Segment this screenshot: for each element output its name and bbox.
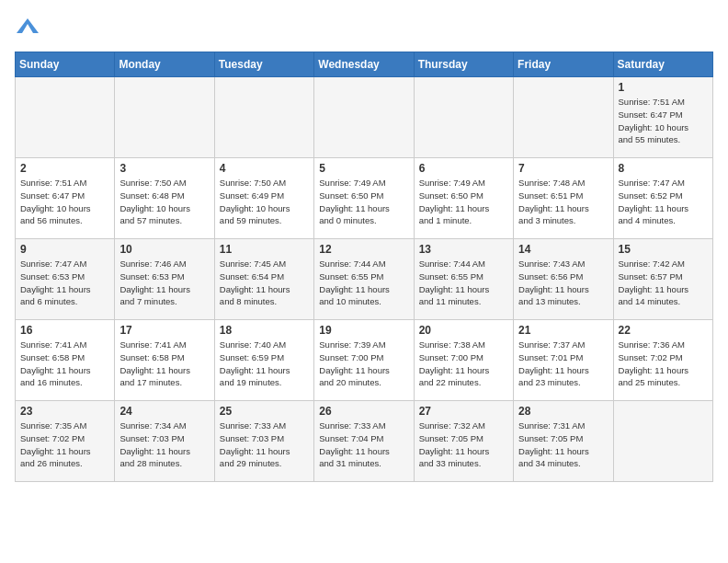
calendar-cell: 14Sunrise: 7:43 AM Sunset: 6:56 PM Dayli… — [514, 239, 613, 320]
day-info: Sunrise: 7:47 AM Sunset: 6:52 PM Dayligh… — [619, 177, 708, 227]
day-info: Sunrise: 7:51 AM Sunset: 6:47 PM Dayligh… — [619, 96, 708, 146]
day-info: Sunrise: 7:49 AM Sunset: 6:50 PM Dayligh… — [319, 177, 408, 227]
calendar-cell: 19Sunrise: 7:39 AM Sunset: 7:00 PM Dayli… — [314, 320, 414, 401]
day-info: Sunrise: 7:38 AM Sunset: 7:00 PM Dayligh… — [419, 339, 508, 389]
weekday-header: Friday — [514, 52, 613, 77]
day-info: Sunrise: 7:43 AM Sunset: 6:56 PM Dayligh… — [518, 258, 608, 308]
day-info: Sunrise: 7:41 AM Sunset: 6:58 PM Dayligh… — [119, 339, 209, 389]
day-info: Sunrise: 7:33 AM Sunset: 7:03 PM Dayligh… — [220, 419, 309, 470]
day-number: 27 — [419, 405, 508, 418]
calendar-cell — [514, 77, 613, 158]
calendar-cell: 8Sunrise: 7:47 AM Sunset: 6:52 PM Daylig… — [613, 158, 712, 239]
day-number: 1 — [619, 81, 708, 94]
day-number: 3 — [119, 162, 209, 175]
calendar-cell: 20Sunrise: 7:38 AM Sunset: 7:00 PM Dayli… — [414, 320, 513, 401]
weekday-header: Sunday — [16, 52, 115, 77]
calendar-cell: 15Sunrise: 7:42 AM Sunset: 6:57 PM Dayli… — [613, 239, 712, 320]
calendar-cell: 28Sunrise: 7:31 AM Sunset: 7:05 PM Dayli… — [514, 401, 613, 482]
calendar-cell: 16Sunrise: 7:41 AM Sunset: 6:58 PM Dayli… — [16, 320, 115, 401]
day-number: 11 — [220, 243, 309, 256]
day-number: 6 — [419, 162, 508, 175]
calendar-cell: 10Sunrise: 7:46 AM Sunset: 6:53 PM Dayli… — [115, 239, 214, 320]
page-header — [15, 15, 713, 40]
day-info: Sunrise: 7:31 AM Sunset: 7:05 PM Dayligh… — [518, 419, 608, 470]
day-info: Sunrise: 7:50 AM Sunset: 6:48 PM Dayligh… — [119, 177, 209, 227]
calendar-cell: 25Sunrise: 7:33 AM Sunset: 7:03 PM Dayli… — [214, 401, 313, 482]
weekday-header: Wednesday — [314, 52, 414, 77]
calendar-cell: 24Sunrise: 7:34 AM Sunset: 7:03 PM Dayli… — [115, 401, 214, 482]
day-info: Sunrise: 7:35 AM Sunset: 7:02 PM Dayligh… — [20, 419, 109, 470]
calendar-cell — [16, 77, 115, 158]
day-info: Sunrise: 7:37 AM Sunset: 7:01 PM Dayligh… — [518, 339, 608, 389]
calendar-cell — [214, 77, 313, 158]
weekday-header: Thursday — [414, 52, 513, 77]
calendar-cell — [314, 77, 414, 158]
logo-icon — [15, 15, 40, 40]
calendar-cell: 9Sunrise: 7:47 AM Sunset: 6:53 PM Daylig… — [16, 239, 115, 320]
day-info: Sunrise: 7:39 AM Sunset: 7:00 PM Dayligh… — [319, 339, 408, 389]
day-number: 5 — [319, 162, 408, 175]
calendar-cell: 11Sunrise: 7:45 AM Sunset: 6:54 PM Dayli… — [214, 239, 313, 320]
calendar-cell: 12Sunrise: 7:44 AM Sunset: 6:55 PM Dayli… — [314, 239, 414, 320]
day-number: 10 — [119, 243, 209, 256]
day-info: Sunrise: 7:48 AM Sunset: 6:51 PM Dayligh… — [518, 177, 608, 227]
calendar-cell: 6Sunrise: 7:49 AM Sunset: 6:50 PM Daylig… — [414, 158, 513, 239]
calendar-cell — [115, 77, 214, 158]
day-info: Sunrise: 7:34 AM Sunset: 7:03 PM Dayligh… — [119, 419, 209, 470]
calendar-cell: 21Sunrise: 7:37 AM Sunset: 7:01 PM Dayli… — [514, 320, 613, 401]
day-number: 9 — [20, 243, 109, 256]
day-info: Sunrise: 7:45 AM Sunset: 6:54 PM Dayligh… — [220, 258, 309, 308]
calendar-table: SundayMondayTuesdayWednesdayThursdayFrid… — [15, 52, 713, 482]
day-number: 2 — [20, 162, 109, 175]
day-number: 17 — [119, 324, 209, 337]
day-number: 24 — [119, 405, 209, 418]
day-info: Sunrise: 7:50 AM Sunset: 6:49 PM Dayligh… — [220, 177, 309, 227]
day-info: Sunrise: 7:46 AM Sunset: 6:53 PM Dayligh… — [119, 258, 209, 308]
calendar-cell: 1Sunrise: 7:51 AM Sunset: 6:47 PM Daylig… — [613, 77, 712, 158]
day-info: Sunrise: 7:47 AM Sunset: 6:53 PM Dayligh… — [20, 258, 109, 308]
day-info: Sunrise: 7:49 AM Sunset: 6:50 PM Dayligh… — [419, 177, 508, 227]
day-number: 26 — [319, 405, 408, 418]
day-info: Sunrise: 7:32 AM Sunset: 7:05 PM Dayligh… — [419, 419, 508, 470]
calendar-cell — [613, 401, 712, 482]
calendar-cell: 22Sunrise: 7:36 AM Sunset: 7:02 PM Dayli… — [613, 320, 712, 401]
day-number: 13 — [419, 243, 508, 256]
day-number: 21 — [518, 324, 608, 337]
weekday-header: Tuesday — [214, 52, 313, 77]
day-info: Sunrise: 7:33 AM Sunset: 7:04 PM Dayligh… — [319, 419, 408, 470]
calendar-cell: 18Sunrise: 7:40 AM Sunset: 6:59 PM Dayli… — [214, 320, 313, 401]
day-info: Sunrise: 7:44 AM Sunset: 6:55 PM Dayligh… — [319, 258, 408, 308]
day-number: 8 — [619, 162, 708, 175]
day-number: 25 — [220, 405, 309, 418]
weekday-header: Saturday — [613, 52, 712, 77]
day-number: 4 — [220, 162, 309, 175]
day-number: 7 — [518, 162, 608, 175]
day-number: 12 — [319, 243, 408, 256]
calendar-cell: 13Sunrise: 7:44 AM Sunset: 6:55 PM Dayli… — [414, 239, 513, 320]
day-number: 23 — [20, 405, 109, 418]
day-info: Sunrise: 7:44 AM Sunset: 6:55 PM Dayligh… — [419, 258, 508, 308]
calendar-cell: 27Sunrise: 7:32 AM Sunset: 7:05 PM Dayli… — [414, 401, 513, 482]
weekday-header: Monday — [115, 52, 214, 77]
day-info: Sunrise: 7:36 AM Sunset: 7:02 PM Dayligh… — [619, 339, 708, 389]
day-info: Sunrise: 7:41 AM Sunset: 6:58 PM Dayligh… — [20, 339, 109, 389]
day-info: Sunrise: 7:42 AM Sunset: 6:57 PM Dayligh… — [619, 258, 708, 308]
day-number: 15 — [619, 243, 708, 256]
day-number: 16 — [20, 324, 109, 337]
calendar-cell — [414, 77, 513, 158]
calendar-cell: 4Sunrise: 7:50 AM Sunset: 6:49 PM Daylig… — [214, 158, 313, 239]
day-number: 19 — [319, 324, 408, 337]
calendar-cell: 23Sunrise: 7:35 AM Sunset: 7:02 PM Dayli… — [16, 401, 115, 482]
day-number: 22 — [619, 324, 708, 337]
logo — [15, 15, 42, 40]
calendar-cell: 17Sunrise: 7:41 AM Sunset: 6:58 PM Dayli… — [115, 320, 214, 401]
day-number: 20 — [419, 324, 508, 337]
day-number: 18 — [220, 324, 309, 337]
calendar-cell: 2Sunrise: 7:51 AM Sunset: 6:47 PM Daylig… — [16, 158, 115, 239]
day-number: 14 — [518, 243, 608, 256]
calendar-cell: 3Sunrise: 7:50 AM Sunset: 6:48 PM Daylig… — [115, 158, 214, 239]
day-info: Sunrise: 7:40 AM Sunset: 6:59 PM Dayligh… — [220, 339, 309, 389]
calendar-cell: 7Sunrise: 7:48 AM Sunset: 6:51 PM Daylig… — [514, 158, 613, 239]
calendar-cell: 26Sunrise: 7:33 AM Sunset: 7:04 PM Dayli… — [314, 401, 414, 482]
day-number: 28 — [518, 405, 608, 418]
